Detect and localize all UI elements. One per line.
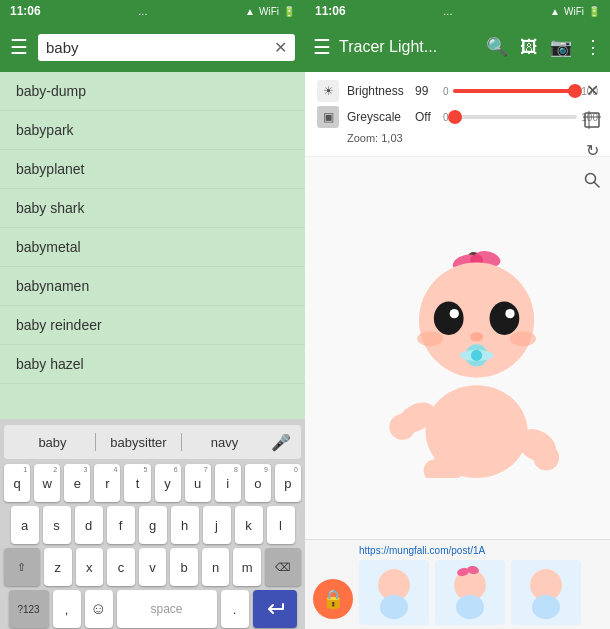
key-comma[interactable]: , (53, 590, 81, 628)
greyscale-thumb[interactable] (448, 110, 462, 124)
key-h[interactable]: h (171, 506, 199, 544)
right-hamburger-icon[interactable]: ☰ (313, 35, 331, 59)
key-d[interactable]: d (75, 506, 103, 544)
suggestion-item[interactable]: babyplanet (0, 150, 305, 189)
keyboard-suggestions: baby babysitter navy 🎤 (4, 425, 301, 459)
key-enter[interactable] (253, 590, 297, 628)
right-status-dots: ... (443, 5, 452, 17)
search-clear-icon[interactable]: ✕ (274, 38, 287, 57)
left-search-bar: ☰ ✕ (0, 22, 305, 72)
svg-point-32 (456, 595, 484, 619)
key-w[interactable]: w2 (34, 464, 60, 502)
svg-point-5 (417, 331, 443, 346)
key-i[interactable]: i8 (215, 464, 241, 502)
bottom-url[interactable]: https://mungfali.com/post/1A (359, 545, 602, 556)
suggestion-item[interactable]: babypark (0, 111, 305, 150)
greyscale-icon: ▣ (317, 106, 339, 128)
key-x[interactable]: x (76, 548, 104, 586)
svg-point-11 (470, 332, 483, 341)
key-rows: q1 w2 e3 r4 t5 y6 u7 i8 o9 p0 a s d f g … (4, 464, 301, 628)
key-l[interactable]: l (267, 506, 295, 544)
key-p[interactable]: p0 (275, 464, 301, 502)
image-area (305, 157, 610, 539)
bottom-images (359, 560, 602, 625)
battery-icon: 🔋 (588, 6, 600, 17)
suggestion-item[interactable]: baby-dump (0, 72, 305, 111)
toolbar-camera-icon[interactable]: 📷 (550, 36, 572, 58)
search-button[interactable] (578, 166, 606, 194)
key-z[interactable]: z (44, 548, 72, 586)
toolbar-image-icon[interactable]: 🖼 (520, 37, 538, 58)
key-s[interactable]: s (43, 506, 71, 544)
wifi-icon: WiFi (259, 6, 279, 17)
suggestion-text: babymetal (16, 239, 81, 255)
brightness-track[interactable] (453, 89, 578, 93)
suggestion-item[interactable]: baby reindeer (0, 306, 305, 345)
key-o[interactable]: o9 (245, 464, 271, 502)
key-row-3: ⇧ z x c v b n m ⌫ (4, 548, 301, 586)
suggestion-item[interactable]: baby shark (0, 189, 305, 228)
key-shift[interactable]: ⇧ (4, 548, 40, 586)
suggestion-item[interactable]: babymetal (0, 228, 305, 267)
brightness-icon: ☀ (317, 80, 339, 102)
key-v[interactable]: v (139, 548, 167, 586)
key-e[interactable]: e3 (64, 464, 90, 502)
word-suggestion-1[interactable]: baby (10, 435, 95, 450)
key-c[interactable]: c (107, 548, 135, 586)
toolbar-icons: 🔍 🖼 📷 ⋮ (486, 36, 602, 58)
lock-button[interactable]: 🔒 (313, 579, 353, 619)
word-suggestion-3[interactable]: navy (182, 435, 267, 450)
keyboard-area: baby babysitter navy 🎤 q1 w2 e3 r4 t5 y6… (0, 419, 305, 629)
bottom-strip: 🔒 https://mungfali.com/post/1A (305, 539, 610, 629)
refresh-button[interactable]: ↻ (578, 136, 606, 164)
key-delete[interactable]: ⌫ (265, 548, 301, 586)
key-y[interactable]: y6 (155, 464, 181, 502)
settings-panel: ☀ Brightness 99 0 100 ▣ Greyscale Off 0 (305, 72, 610, 157)
crop-button[interactable] (578, 106, 606, 134)
left-hamburger-icon[interactable]: ☰ (10, 35, 28, 59)
key-u[interactable]: u7 (185, 464, 211, 502)
key-q[interactable]: q1 (4, 464, 30, 502)
svg-point-8 (489, 302, 519, 335)
brightness-value: 99 (415, 84, 435, 98)
key-m[interactable]: m (233, 548, 261, 586)
toolbar-more-icon[interactable]: ⋮ (584, 36, 602, 58)
mic-icon[interactable]: 🎤 (267, 433, 295, 452)
signal-icon: ▲ (550, 6, 560, 17)
key-g[interactable]: g (139, 506, 167, 544)
thumbnail-2[interactable] (435, 560, 505, 625)
key-f[interactable]: f (107, 506, 135, 544)
key-emoji[interactable]: ☺ (85, 590, 113, 628)
key-t[interactable]: t5 (124, 464, 150, 502)
key-n[interactable]: n (202, 548, 230, 586)
key-a[interactable]: a (11, 506, 39, 544)
key-b[interactable]: b (170, 548, 198, 586)
greyscale-track[interactable] (453, 115, 578, 119)
key-j[interactable]: j (203, 506, 231, 544)
word-suggestion-2[interactable]: babysitter (96, 435, 181, 450)
key-r[interactable]: r4 (94, 464, 120, 502)
key-numbers[interactable]: ?123 (9, 590, 49, 628)
brightness-row: ☀ Brightness 99 0 100 (317, 80, 598, 102)
close-button[interactable]: ✕ (578, 76, 606, 104)
key-k[interactable]: k (235, 506, 263, 544)
brightness-fill (453, 89, 575, 93)
suggestion-item[interactable]: baby hazel (0, 345, 305, 384)
thumbnail-1[interactable] (359, 560, 429, 625)
zoom-text: Zoom: 1,03 (347, 132, 403, 144)
key-period[interactable]: . (221, 590, 249, 628)
suggestion-item[interactable]: babynamen (0, 267, 305, 306)
search-input[interactable] (46, 39, 270, 56)
svg-point-6 (510, 331, 536, 346)
suggestion-text: baby shark (16, 200, 84, 216)
right-time: 11:06 (315, 4, 346, 18)
toolbar-title: Tracer Light... (339, 38, 478, 56)
key-row-1: q1 w2 e3 r4 t5 y6 u7 i8 o9 p0 (4, 464, 301, 502)
zoom-row: Zoom: 1,03 (317, 132, 598, 144)
brightness-min: 0 (443, 86, 449, 97)
thumb-baby-1 (364, 563, 424, 621)
thumbnail-3[interactable] (511, 560, 581, 625)
toolbar-search-icon[interactable]: 🔍 (486, 36, 508, 58)
key-space[interactable]: space (117, 590, 217, 628)
right-panel: 11:06 ... ▲ WiFi 🔋 ☰ Tracer Light... 🔍 🖼… (305, 0, 610, 629)
